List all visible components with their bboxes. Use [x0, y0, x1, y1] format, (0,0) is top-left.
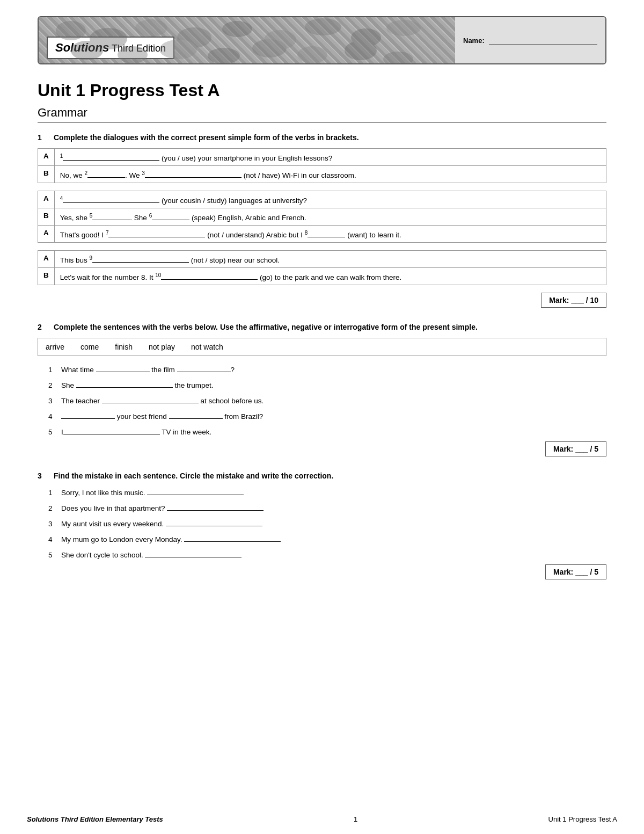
q3-sentence-list: 1 Sorry, I not like this music. 2 Does y…	[38, 487, 606, 559]
verb-not-play: not play	[149, 343, 175, 351]
sentence-text: My mum go to London every Monday.	[61, 533, 281, 543]
verb-finish: finish	[115, 343, 133, 351]
q3-mark: Mark: ___ / 5	[545, 564, 606, 579]
blank-2-4b[interactable]	[169, 410, 223, 419]
svg-point-8	[386, 20, 421, 36]
footer-italic: Solutions	[27, 815, 58, 823]
question-3: 3 Find the mistake in each sentence. Cir…	[38, 472, 606, 579]
dialog-2-a: 4 (your cousin / study) languages at uni…	[54, 191, 606, 208]
svg-point-6	[305, 18, 341, 35]
header: Solutions Third Edition Name:	[38, 16, 606, 64]
blank-3-3[interactable]	[166, 518, 262, 526]
sentence-text: your best friend from Brazil?	[61, 410, 263, 420]
page-title: Unit 1 Progress Test A	[38, 81, 606, 100]
verb-bank: arrive come finish not play not watch	[38, 338, 606, 356]
blank-3[interactable]	[145, 169, 241, 178]
table-row: B No, we 2. We 3 (not / have) Wi-Fi in o…	[38, 166, 606, 183]
table-row: A 1 (you / use) your smartphone in your …	[38, 149, 606, 166]
list-item: 1 What time the film ?	[48, 364, 606, 374]
q3-number: 3	[38, 472, 47, 480]
sentence-text: She don't cycle to school.	[61, 549, 241, 559]
blank-5[interactable]	[92, 212, 130, 220]
speaker-b: B	[38, 268, 55, 285]
li-number: 1	[48, 366, 59, 374]
sentence-text: What time the film ?	[61, 364, 235, 374]
svg-point-10	[118, 46, 148, 63]
name-field: Name:	[463, 35, 597, 45]
li-number: 5	[48, 428, 59, 436]
q2-mark: Mark: ___ / 5	[545, 441, 606, 456]
q1-instruction: Complete the dialogues with the correct …	[54, 133, 359, 142]
name-input-line[interactable]	[489, 35, 597, 45]
list-item: 2 Does you live in that apartment?	[48, 502, 606, 512]
blank-10[interactable]	[161, 271, 258, 280]
table-row: A 4 (your cousin / study) languages at u…	[38, 191, 606, 208]
speaker-a2: A	[38, 226, 55, 243]
footer-left: Solutions Third Edition Elementary Tests	[27, 815, 163, 823]
sentence-text: Does you live in that apartment?	[61, 502, 264, 512]
verb-arrive: arrive	[46, 343, 64, 351]
list-item: 2 She the trumpet.	[48, 379, 606, 389]
list-item: 5 She don't cycle to school.	[48, 549, 606, 559]
blank-2-5[interactable]	[63, 426, 160, 434]
blank-4[interactable]	[63, 194, 159, 203]
li-number: 5	[48, 551, 59, 559]
footer-rest: Third Edition Elementary Tests	[58, 815, 163, 823]
blank-7[interactable]	[108, 229, 205, 237]
blank-2[interactable]	[87, 169, 125, 178]
table-row: B Yes, she 5. She 6 (speak) English, Ara…	[38, 208, 606, 226]
blank-3-2[interactable]	[167, 502, 264, 511]
dialog-3-a: This bus 9 (not / stop) near our school.	[54, 251, 606, 268]
q2-header: 2 Complete the sentences with the verbs …	[38, 323, 606, 331]
svg-point-13	[252, 39, 287, 57]
speaker-b: B	[38, 166, 55, 183]
speaker-a: A	[38, 191, 55, 208]
blank-2-3[interactable]	[102, 395, 199, 403]
q1-number: 1	[38, 133, 47, 142]
list-item: 3 My aunt visit us every weekend.	[48, 518, 606, 528]
blank-1[interactable]	[63, 152, 159, 161]
li-number: 3	[48, 397, 59, 405]
li-number: 4	[48, 412, 59, 420]
blank-2-1[interactable]	[96, 364, 150, 372]
q2-sentence-list: 1 What time the film ? 2 She the trumpet…	[38, 364, 606, 436]
sentence-text: I TV in the week.	[61, 426, 211, 436]
svg-point-9	[71, 41, 103, 60]
blank-3-1[interactable]	[147, 487, 244, 495]
list-item: 3 The teacher at school before us.	[48, 395, 606, 405]
q1-header: 1 Complete the dialogues with the correc…	[38, 133, 606, 142]
dialog-3-b: Let's wait for the number 8. It 10 (go) …	[54, 268, 606, 285]
section-title: Grammar	[38, 106, 606, 122]
q3-mark-row: Mark: ___ / 5	[38, 564, 606, 579]
dialog-2-b: Yes, she 5. She 6 (speak) English, Arabi…	[54, 208, 606, 226]
question-1: 1 Complete the dialogues with the correc…	[38, 133, 606, 308]
blank-6[interactable]	[152, 212, 189, 220]
blank-3-4[interactable]	[184, 533, 281, 542]
list-item: 1 Sorry, I not like this music.	[48, 487, 606, 497]
svg-point-14	[297, 46, 327, 63]
li-number: 2	[48, 381, 59, 389]
dialog-1-a: 1 (you / use) your smartphone in your En…	[54, 149, 606, 166]
blank-2-1b[interactable]	[177, 364, 231, 372]
blank-2-2[interactable]	[76, 379, 173, 388]
footer-right: Unit 1 Progress Test A	[548, 815, 617, 823]
q1-mark: Mark: ___ / 10	[541, 293, 606, 308]
svg-point-2	[135, 19, 167, 37]
svg-point-11	[159, 40, 197, 59]
list-item: 5 I TV in the week.	[48, 426, 606, 436]
footer-center: 1	[354, 815, 357, 823]
blank-3-5[interactable]	[145, 549, 241, 557]
name-label: Name:	[463, 37, 485, 45]
q3-instruction: Find the mistake in each sentence. Circl…	[54, 472, 333, 480]
q2-mark-row: Mark: ___ / 5	[38, 441, 606, 456]
speaker-a: A	[38, 251, 55, 268]
dialog-3: A This bus 9 (not / stop) near our schoo…	[38, 250, 606, 285]
header-right: Name:	[455, 17, 605, 63]
blank-2-4a[interactable]	[61, 410, 115, 419]
speaker-b: B	[38, 208, 55, 226]
dialog-1: A 1 (you / use) your smartphone in your …	[38, 148, 606, 183]
table-row: B Let's wait for the number 8. It 10 (go…	[38, 268, 606, 285]
blank-9[interactable]	[92, 254, 189, 263]
q2-number: 2	[38, 323, 47, 331]
blank-8[interactable]	[308, 229, 345, 237]
